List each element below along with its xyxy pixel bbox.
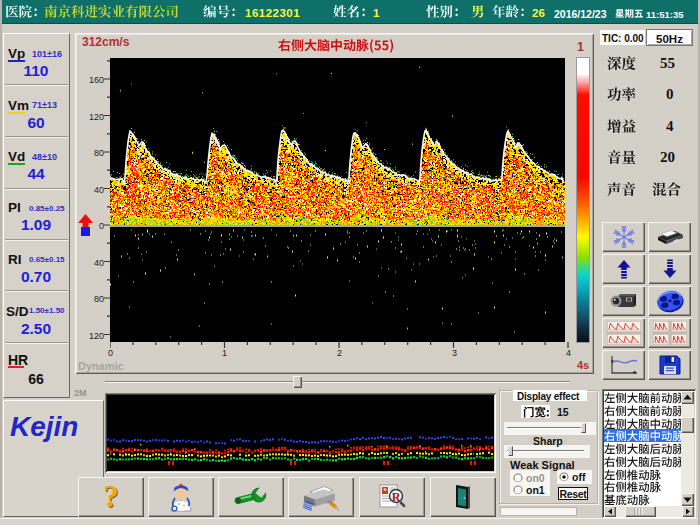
svg-text:R: R — [392, 490, 401, 504]
